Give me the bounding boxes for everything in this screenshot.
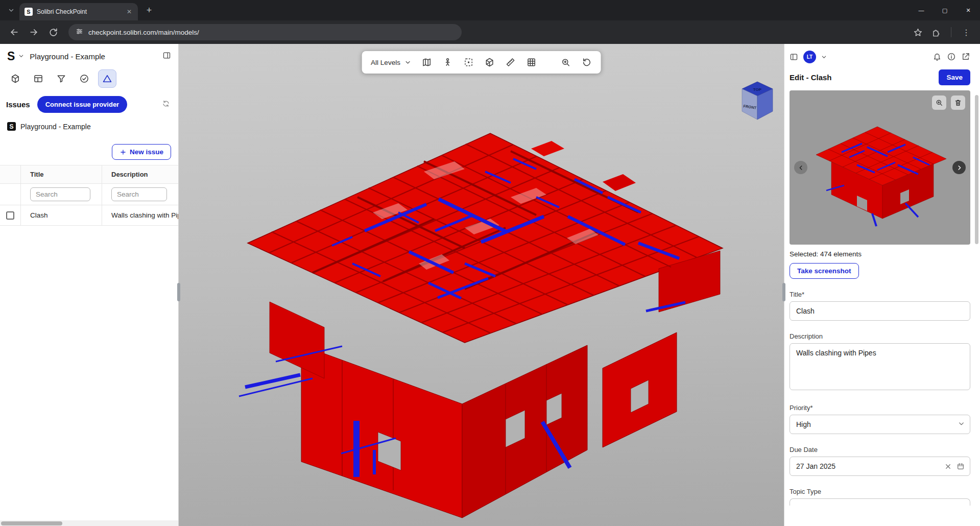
new-issue-label: New issue — [130, 148, 163, 156]
calendar-button[interactable] — [957, 462, 965, 470]
description-column-header: Description — [102, 165, 178, 183]
reload-button[interactable] — [45, 24, 61, 40]
triangle-icon — [102, 74, 112, 84]
tool-checking[interactable] — [75, 69, 93, 88]
description-search-input[interactable] — [111, 187, 167, 201]
clear-x-icon — [944, 463, 952, 470]
levels-dropdown[interactable]: All Levels — [371, 59, 411, 66]
search-cell-empty — [0, 184, 20, 205]
title-search-input[interactable] — [30, 187, 90, 201]
trash-icon — [954, 99, 962, 107]
minimize-button[interactable]: — — [910, 0, 933, 20]
row-checkbox[interactable] — [6, 211, 14, 220]
table-search-row — [0, 184, 178, 205]
bookmark-star-button[interactable] — [910, 25, 925, 40]
table-header-row: Title Description — [0, 165, 178, 184]
measure-button[interactable] — [506, 57, 516, 67]
star-icon — [913, 28, 923, 37]
building-model-3d[interactable] — [179, 44, 784, 526]
user-avatar[interactable]: LT — [803, 51, 816, 63]
tool-filter[interactable] — [52, 69, 70, 88]
horizontal-scrollbar-track[interactable] — [0, 520, 178, 526]
tool-model[interactable] — [6, 69, 25, 88]
description-field-input[interactable]: Walls clashing with Pipes — [790, 343, 970, 390]
clear-date-button[interactable] — [944, 463, 952, 470]
priority-field-label: Priority* — [790, 404, 970, 412]
navigation-cube[interactable]: TOP FRONT — [739, 79, 776, 125]
info-icon — [947, 52, 956, 61]
screenshot-actions — [932, 95, 965, 110]
walk-mode-button[interactable] — [443, 57, 453, 67]
collapse-panel-button[interactable] — [790, 53, 798, 61]
select-area-icon — [464, 57, 474, 67]
extensions-button[interactable] — [928, 25, 944, 40]
priority-select[interactable]: High — [790, 415, 970, 434]
checkbox-column-header — [0, 165, 20, 183]
new-issue-row: New issue — [0, 140, 178, 165]
refresh-issues-button[interactable] — [162, 100, 170, 110]
filter-icon — [56, 74, 66, 84]
previous-screenshot-button[interactable] — [794, 161, 807, 174]
map-view-button[interactable] — [422, 57, 432, 67]
title-field-input[interactable] — [790, 301, 970, 321]
refresh-icon — [162, 100, 170, 108]
forward-icon — [29, 27, 39, 37]
open-external-button[interactable] — [961, 52, 970, 61]
tab-search-button[interactable] — [4, 3, 18, 17]
horizontal-scrollbar-thumb[interactable] — [1, 521, 62, 525]
panel-title-row: Edit - Clash Save — [790, 69, 970, 85]
workspace-chevron[interactable] — [18, 52, 24, 61]
chevron-down-icon — [8, 7, 14, 13]
site-settings-icon[interactable] — [76, 28, 83, 37]
close-button[interactable]: ✕ — [957, 0, 980, 20]
zoom-screenshot-button[interactable] — [932, 95, 946, 110]
back-button[interactable] — [6, 24, 22, 40]
delete-screenshot-button[interactable] — [951, 95, 965, 110]
cube-icon — [10, 74, 20, 84]
table-row[interactable]: Clash Walls clashing with Pipes — [0, 205, 178, 226]
model-list-item[interactable]: S Playground - Example — [0, 117, 178, 133]
solibri-favicon: S — [25, 8, 33, 16]
take-screenshot-button[interactable]: Take screenshot — [790, 263, 859, 279]
tool-issues[interactable] — [98, 69, 116, 88]
connect-issue-provider-button[interactable]: Connect issue provider — [37, 96, 127, 113]
tool-layouts[interactable] — [29, 69, 47, 88]
chevron-right-icon — [956, 164, 963, 171]
address-bar[interactable]: checkpoint.solibri.com/main/models/ — [68, 24, 462, 40]
select-area-button[interactable] — [464, 57, 474, 67]
row-description-cell: Walls clashing with Pipes — [102, 205, 178, 225]
panel-scrollbar-thumb[interactable] — [975, 95, 978, 244]
grid-view-button[interactable] — [527, 57, 537, 67]
check-circle-icon — [79, 74, 89, 84]
chevron-down-icon — [18, 53, 24, 59]
browser-tab[interactable]: S Solibri CheckPoint ✕ — [19, 3, 138, 20]
due-date-value: 27 Jan 2025 — [796, 462, 940, 470]
grid-icon — [527, 57, 537, 67]
new-tab-button[interactable]: + — [142, 3, 156, 17]
browser-menu-button[interactable]: ⋮ — [959, 25, 974, 40]
save-button[interactable]: Save — [939, 69, 970, 85]
tab-close-icon[interactable]: ✕ — [125, 7, 134, 16]
clipped-row — [0, 133, 178, 140]
notifications-button[interactable] — [933, 52, 942, 61]
maximize-button[interactable]: ▢ — [933, 0, 957, 20]
forward-button[interactable] — [26, 24, 42, 40]
sidebar-resize-handle[interactable] — [177, 283, 180, 301]
browser-toolbar: checkpoint.solibri.com/main/models/ ⋮ — [0, 20, 980, 44]
panel-resize-handle[interactable] — [782, 283, 785, 301]
user-menu-chevron[interactable] — [821, 54, 827, 60]
collapse-sidebar-button[interactable] — [162, 51, 171, 62]
section-box-button[interactable] — [485, 57, 495, 67]
next-screenshot-button[interactable] — [952, 161, 966, 174]
puzzle-icon — [931, 28, 941, 37]
info-button[interactable] — [947, 52, 956, 61]
issues-table: Title Description Clash Walls clashing w… — [0, 165, 178, 526]
reset-view-button[interactable] — [582, 57, 592, 67]
topic-type-select-partial[interactable] — [790, 498, 970, 506]
zoom-area-button[interactable] — [561, 57, 571, 67]
priority-value: High — [796, 420, 958, 428]
model-viewport[interactable]: All Levels — [179, 44, 784, 526]
chevron-down-icon — [821, 54, 827, 60]
due-date-input[interactable]: 27 Jan 2025 — [790, 457, 970, 476]
new-issue-button[interactable]: New issue — [112, 144, 171, 160]
